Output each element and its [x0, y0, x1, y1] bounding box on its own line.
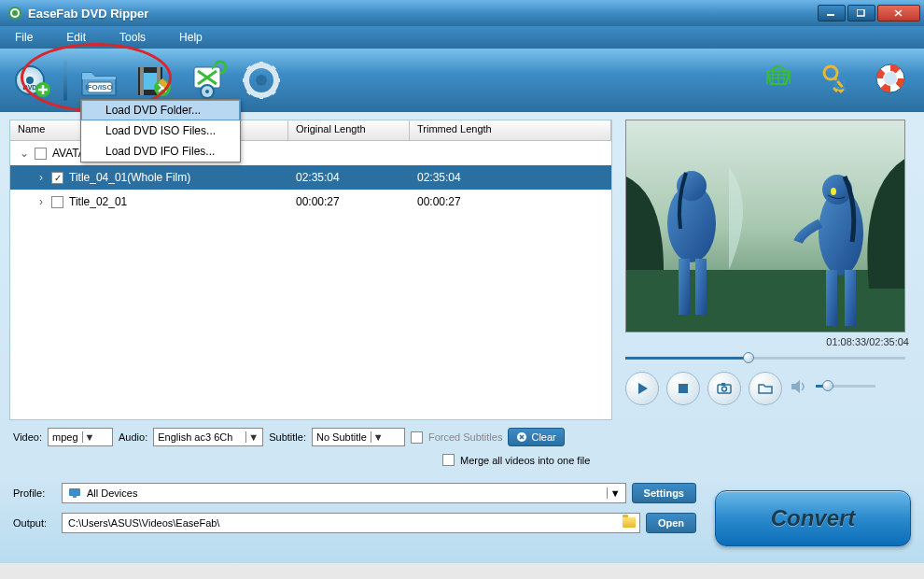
- menubar: File Edit Tools Help: [0, 26, 924, 49]
- maximize-button[interactable]: [847, 5, 875, 21]
- stop-button[interactable]: [666, 372, 700, 405]
- output-path-input[interactable]: C:\Users\ASUS\Videos\EaseFab\: [62, 513, 640, 533]
- audio-combo[interactable]: English ac3 6Ch▼: [153, 428, 263, 446]
- chevron-down-icon[interactable]: ⌄: [20, 147, 29, 160]
- load-dvd-disc-button[interactable]: DVD: [9, 58, 54, 103]
- row-orig: 00:00:27: [288, 195, 410, 208]
- preview-panel: 01:08:33/02:35:04: [625, 120, 915, 420]
- audio-label: Audio:: [119, 431, 147, 443]
- svg-rect-38: [679, 259, 690, 315]
- dropdown-item-load-iso[interactable]: Load DVD ISO Files...: [81, 120, 240, 141]
- subtitle-combo[interactable]: No Subtitle▼: [312, 428, 405, 446]
- merge-label: Merge all videos into one file: [460, 455, 590, 466]
- toolbar: DVD IFO/ISO Load DVD Folder... Load DVD …: [0, 49, 924, 112]
- svg-point-19: [205, 90, 209, 93]
- svg-point-44: [831, 188, 836, 195]
- chevron-right-icon[interactable]: ›: [36, 171, 46, 184]
- titlebar: EaseFab DVD Ripper: [0, 0, 924, 26]
- video-combo[interactable]: mpeg▼: [48, 428, 113, 446]
- preview-frame: [625, 120, 905, 332]
- settings-button[interactable]: [239, 58, 284, 103]
- svg-point-47: [722, 387, 727, 391]
- svg-rect-50: [69, 488, 80, 496]
- title-list: Name Original Length Trimmed Length ⌄ AV…: [9, 120, 612, 420]
- svg-rect-4: [857, 9, 864, 16]
- svg-rect-22: [259, 93, 263, 99]
- col-original-length[interactable]: Original Length: [288, 120, 410, 140]
- row-name: Title_04_01(Whole Film): [69, 171, 190, 184]
- register-key-icon[interactable]: [818, 62, 851, 99]
- menu-tools[interactable]: Tools: [119, 31, 146, 44]
- merge-row: Merge all videos into one file: [0, 452, 924, 475]
- svg-rect-45: [679, 384, 688, 393]
- clear-button[interactable]: Clear: [508, 428, 564, 446]
- svg-rect-12: [140, 67, 144, 95]
- help-lifebuoy-icon[interactable]: [874, 62, 907, 99]
- app-icon: [7, 6, 22, 21]
- svg-point-2: [12, 10, 18, 16]
- row-checkbox[interactable]: [51, 172, 63, 184]
- settings-small-button[interactable]: Settings: [632, 483, 696, 503]
- svg-rect-23: [243, 78, 248, 82]
- output-label: Output:: [13, 517, 56, 529]
- refresh-button[interactable]: [185, 58, 230, 103]
- volume-icon[interactable]: [790, 377, 808, 400]
- chevron-right-icon[interactable]: ›: [36, 195, 46, 208]
- row-trim: 00:00:27: [410, 195, 469, 208]
- video-label: Video:: [13, 431, 42, 443]
- bottom-panel: Profile: All Devices ▼ Settings Output: …: [0, 475, 924, 563]
- svg-rect-48: [721, 383, 725, 386]
- shopping-cart-icon[interactable]: [762, 62, 795, 99]
- snapshot-button[interactable]: [707, 372, 741, 405]
- load-ifo-iso-button[interactable]: IFO/ISO: [77, 58, 121, 103]
- svg-rect-51: [73, 496, 77, 498]
- menu-help[interactable]: Help: [179, 31, 203, 44]
- play-button[interactable]: [625, 372, 659, 405]
- options-row: Video: mpeg▼ Audio: English ac3 6Ch▼ Sub…: [0, 426, 924, 452]
- volume-slider[interactable]: [816, 379, 875, 394]
- root-checkbox[interactable]: [35, 148, 47, 160]
- svg-text:DVD: DVD: [23, 84, 37, 91]
- forced-subtitles-checkbox[interactable]: [411, 431, 423, 444]
- svg-rect-43: [845, 270, 856, 326]
- col-trimmed-length[interactable]: Trimmed Length: [410, 120, 611, 140]
- svg-point-29: [256, 75, 267, 86]
- menu-edit[interactable]: Edit: [66, 31, 86, 44]
- svg-point-33: [884, 72, 897, 85]
- profile-label: Profile:: [13, 487, 56, 499]
- convert-button[interactable]: Convert: [715, 490, 911, 546]
- minimize-button[interactable]: [818, 5, 846, 21]
- forced-subtitles-label: Forced Subtitles: [428, 431, 502, 443]
- svg-rect-24: [274, 78, 280, 82]
- browse-folder-icon[interactable]: [623, 517, 636, 528]
- subtitle-label: Subtitle:: [269, 431, 306, 443]
- close-button[interactable]: [877, 5, 920, 21]
- row-name: Title_02_01: [69, 195, 127, 208]
- edit-video-button[interactable]: [131, 58, 175, 103]
- svg-rect-21: [259, 62, 263, 67]
- svg-rect-35: [626, 270, 905, 332]
- preview-timecode: 01:08:33/02:35:04: [625, 332, 915, 349]
- menu-file[interactable]: File: [15, 31, 33, 44]
- ifo-iso-dropdown: Load DVD Folder... Load DVD ISO Files...…: [80, 99, 241, 162]
- svg-rect-42: [826, 270, 837, 326]
- app-title: EaseFab DVD Ripper: [28, 7, 818, 21]
- ifo-iso-label: IFO/ISO: [85, 83, 112, 92]
- profile-combo[interactable]: All Devices ▼: [62, 483, 626, 503]
- row-checkbox[interactable]: [51, 196, 63, 208]
- svg-point-7: [26, 77, 34, 84]
- dropdown-item-load-ifo[interactable]: Load DVD IFO Files...: [81, 141, 240, 162]
- merge-checkbox[interactable]: [442, 454, 455, 466]
- svg-rect-3: [827, 14, 834, 16]
- toolbar-divider[interactable]: [63, 60, 67, 101]
- row-trim: 02:35:04: [410, 171, 469, 184]
- open-folder-button[interactable]: [749, 372, 782, 405]
- svg-rect-39: [695, 259, 707, 315]
- row-orig: 02:35:04: [288, 171, 410, 184]
- table-row[interactable]: › Title_04_01(Whole Film) 02:35:04 02:35…: [10, 165, 611, 190]
- progress-slider[interactable]: [625, 351, 905, 366]
- open-output-button[interactable]: Open: [646, 513, 696, 533]
- table-row[interactable]: › Title_02_01 00:00:27 00:00:27: [10, 190, 611, 214]
- dropdown-item-load-folder[interactable]: Load DVD Folder...: [81, 100, 240, 120]
